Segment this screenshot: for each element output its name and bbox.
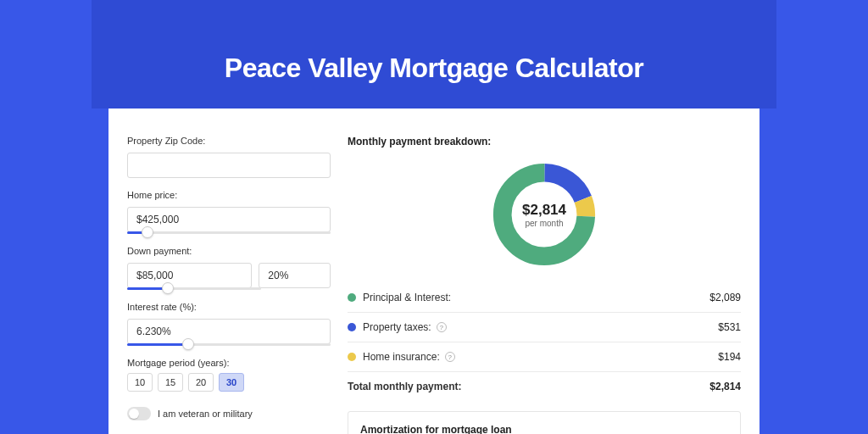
donut-center-sub: per month bbox=[522, 219, 566, 228]
slider-thumb[interactable] bbox=[182, 338, 194, 350]
total-label: Total monthly payment: bbox=[348, 381, 461, 392]
legend-value: $2,089 bbox=[709, 292, 741, 303]
legend-value: $531 bbox=[718, 321, 741, 333]
donut-center-value: $2,814 bbox=[522, 202, 566, 219]
down-payment-slider[interactable] bbox=[127, 287, 261, 290]
down-payment-pct-input[interactable] bbox=[259, 263, 331, 288]
veteran-toggle[interactable] bbox=[127, 407, 151, 420]
interest-rate-slider[interactable] bbox=[127, 343, 331, 346]
legend-label: Property taxes: bbox=[363, 321, 431, 333]
interest-rate-label: Interest rate (%): bbox=[127, 302, 331, 312]
mortgage-period-label: Mortgage period (years): bbox=[127, 358, 331, 368]
home-price-label: Home price: bbox=[127, 190, 331, 200]
zip-label: Property Zip Code: bbox=[127, 136, 331, 146]
payment-donut-chart: $2,814 per month bbox=[489, 159, 599, 270]
breakdown-title: Monthly payment breakdown: bbox=[348, 136, 741, 147]
calculator-card: Property Zip Code: Home price: Down paym… bbox=[108, 108, 760, 434]
interest-rate-input[interactable] bbox=[127, 319, 331, 344]
down-payment-input[interactable] bbox=[127, 263, 252, 288]
legend-row-total: Total monthly payment:$2,814 bbox=[348, 374, 741, 399]
amortization-title: Amortization for mortgage loan bbox=[360, 424, 728, 434]
info-icon[interactable]: ? bbox=[437, 322, 447, 332]
page-title: Peace Valley Mortgage Calculator bbox=[225, 53, 643, 84]
slider-thumb[interactable] bbox=[162, 282, 174, 294]
legend-row-principal_interest: Principal & Interest:$2,089 bbox=[348, 285, 741, 310]
home-price-slider[interactable] bbox=[127, 231, 331, 234]
mortgage-period-30[interactable]: 30 bbox=[219, 373, 244, 392]
home-price-input[interactable] bbox=[127, 207, 331, 232]
zip-input[interactable] bbox=[127, 153, 331, 178]
amortization-section: Amortization for mortgage loan Amortizat… bbox=[348, 411, 741, 434]
legend-value: $194 bbox=[718, 351, 741, 363]
total-value: $2,814 bbox=[709, 381, 741, 392]
toggle-knob bbox=[129, 409, 139, 419]
info-icon[interactable]: ? bbox=[445, 352, 455, 362]
mortgage-period-15[interactable]: 15 bbox=[158, 373, 183, 392]
legend-label: Principal & Interest: bbox=[363, 292, 451, 303]
inputs-column: Property Zip Code: Home price: Down paym… bbox=[127, 136, 331, 434]
legend-row-property_taxes: Property taxes:?$531 bbox=[348, 314, 741, 340]
slider-thumb[interactable] bbox=[142, 226, 153, 238]
veteran-toggle-label: I am veteran or military bbox=[158, 409, 253, 419]
mortgage-period-10[interactable]: 10 bbox=[127, 373, 153, 392]
legend-dot-icon bbox=[348, 323, 356, 331]
mortgage-period-20[interactable]: 20 bbox=[188, 373, 214, 392]
breakdown-column: Monthly payment breakdown: $2,814 per mo… bbox=[348, 136, 741, 434]
legend-label: Home insurance: bbox=[363, 351, 440, 363]
down-payment-label: Down payment: bbox=[127, 246, 331, 256]
legend-row-home_insurance: Home insurance:?$194 bbox=[348, 344, 741, 370]
legend-dot-icon bbox=[348, 353, 356, 361]
legend-dot-icon bbox=[348, 293, 356, 302]
